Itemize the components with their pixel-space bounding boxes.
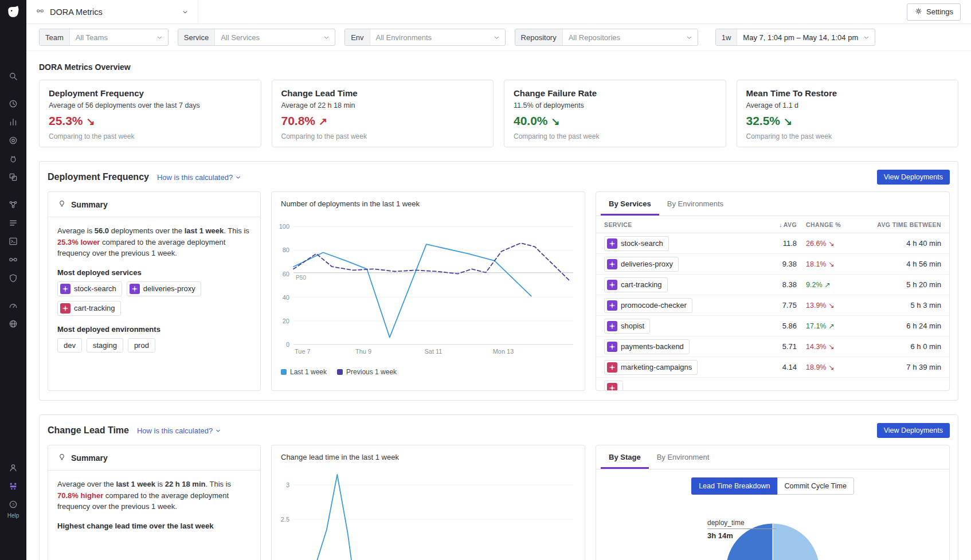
metric-card-footnote: Comparing to the past week xyxy=(281,132,484,140)
trend-arrow-icon: ↘ xyxy=(86,116,95,127)
change-lead-time-section: Change Lead Time How is this calculated?… xyxy=(39,414,958,560)
settings-button[interactable]: Settings xyxy=(907,3,961,21)
sidebar-item-help[interactable]: ? Help xyxy=(7,499,19,519)
table-row-partial xyxy=(596,378,949,391)
service-pill[interactable]: marketing-campaigns xyxy=(604,360,698,375)
svg-text:Thu 9: Thu 9 xyxy=(355,348,371,355)
tab-by-environments[interactable]: By Environments xyxy=(659,192,731,216)
chevron-down-icon xyxy=(493,29,505,45)
sidebar-item-monitors[interactable] xyxy=(0,297,26,315)
cell-avg-time: 7 h 39 min xyxy=(856,363,941,371)
metric-card-title: Mean Time To Restore xyxy=(746,88,949,98)
col-change[interactable]: CHANGE % xyxy=(797,221,856,228)
cell-avg-time: 6 h 0 min xyxy=(856,342,941,351)
env-pill[interactable]: staging xyxy=(87,338,123,353)
sidebar-item-integrations[interactable] xyxy=(0,251,26,269)
sidebar-item-logs[interactable] xyxy=(0,214,26,233)
tab-by-services[interactable]: By Services xyxy=(601,192,659,216)
filter-value: All Teams xyxy=(70,29,156,45)
legend-item[interactable]: Previous 1 week xyxy=(337,368,397,376)
metric-card-subtitle: Average of 22 h 18 min xyxy=(281,101,484,109)
sidebar-item-service-map[interactable] xyxy=(0,196,26,214)
table-row[interactable]: stock-search11.826.6% ↘4 h 40 min xyxy=(596,233,949,254)
how-calculated-label: How is this calculated? xyxy=(157,173,233,182)
service-pill[interactable]: promocode-checker xyxy=(604,298,692,313)
tab-by-environment[interactable]: By Environment xyxy=(649,445,718,469)
toggle-lead-time-breakdown[interactable]: Lead Time Breakdown xyxy=(691,477,777,495)
sidebar-item-history[interactable] xyxy=(0,95,26,113)
service-pill-label: stock-search xyxy=(621,239,663,248)
most-deployed-services-label: Most deployed services xyxy=(57,268,251,277)
table-row[interactable]: deliveries-proxy9.3818.1% ↘4 h 56 min xyxy=(596,254,949,275)
col-avg-time-between[interactable]: AVG TIME BETWEEN xyxy=(856,221,941,228)
sidebar-item-synthetics[interactable] xyxy=(0,315,26,334)
filter-env-select[interactable]: EnvAll Environments xyxy=(344,29,505,46)
trend-arrow-icon: ↘ xyxy=(784,116,792,127)
service-pill[interactable]: cart-tracking xyxy=(57,301,121,316)
metric-card-footnote: Comparing to the past week xyxy=(746,132,949,140)
service-pill[interactable]: shopist xyxy=(604,319,650,334)
view-deployments-button[interactable]: View Deployments xyxy=(877,170,950,185)
table-row[interactable]: cart-tracking8.389.2% ↗5 h 20 min xyxy=(596,275,949,295)
env-pill[interactable]: prod xyxy=(128,338,155,353)
service-icon xyxy=(607,259,617,269)
deployment-frequency-section: Deployment Frequency How is this calcula… xyxy=(39,161,958,401)
filter-value: All Repositories xyxy=(563,29,686,45)
service-pill[interactable]: deliveries-proxy xyxy=(604,257,679,272)
service-pill-label: promocode-checker xyxy=(621,301,687,310)
summary-panel: Summary Average over the last 1 week is … xyxy=(48,445,261,560)
view-deployments-button[interactable]: View Deployments xyxy=(877,423,950,438)
service-pill-label: payments-backend xyxy=(621,342,684,351)
sidebar-item-ci-pipelines[interactable] xyxy=(0,233,26,251)
sidebar-item-dashboards[interactable] xyxy=(0,132,26,150)
sidebar-item-metrics[interactable] xyxy=(0,113,26,132)
section-grid: Summary Average over the last 1 week is … xyxy=(48,445,950,560)
datadog-logo[interactable] xyxy=(0,0,26,24)
tab-by-stage[interactable]: By Stage xyxy=(601,445,649,469)
table-row[interactable]: promocode-checker7.7513.9% ↘5 h 3 min xyxy=(596,295,949,316)
svg-text:2.5: 2.5 xyxy=(281,516,289,523)
table-row[interactable]: payments-backend5.7114.3% ↘6 h 0 min xyxy=(596,336,949,357)
svg-text:100: 100 xyxy=(279,223,289,230)
summary-panel-body: Average is 56.0 deployments over the las… xyxy=(48,217,260,361)
most-deployed-services: stock-searchdeliveries-proxycart-trackin… xyxy=(57,281,251,316)
col-service[interactable]: SERVICE xyxy=(604,221,760,228)
table-row[interactable]: shopist5.8617.1% ↗6 h 24 min xyxy=(596,316,949,336)
sidebar-item-bits-ai[interactable] xyxy=(0,477,26,496)
table-row[interactable]: marketing-campaigns4.1418.9% ↘7 h 39 min xyxy=(596,357,949,378)
sidebar-item-containers[interactable] xyxy=(0,169,26,187)
legend-item[interactable]: Last 1 week xyxy=(281,368,327,376)
cell-change: 18.1% ↘ xyxy=(797,260,856,268)
how-calculated-link[interactable]: How is this calculated? xyxy=(137,426,221,435)
deployments-chart-panel: Number of deployments in the last 1 week… xyxy=(271,191,585,391)
env-pill[interactable]: dev xyxy=(57,338,82,353)
sidebar-item-admin[interactable] xyxy=(0,459,26,477)
service-pill[interactable]: deliveries-proxy xyxy=(127,281,201,296)
filter-repository-select[interactable]: RepositoryAll Repositories xyxy=(515,29,698,46)
metric-card-title: Deployment Frequency xyxy=(49,88,252,98)
service-pill[interactable]: stock-search xyxy=(604,236,669,251)
col-avg[interactable]: ↓AVG xyxy=(760,221,797,228)
service-pill[interactable]: payments-backend xyxy=(604,339,690,354)
service-pill-label: deliveries-proxy xyxy=(621,260,673,268)
time-range-picker[interactable]: 1w May 7, 1:04 pm – May 14, 1:04 pm xyxy=(715,29,876,46)
admin-icon xyxy=(8,463,18,475)
service-pill[interactable]: stock-search xyxy=(57,281,122,296)
datadog-dog-icon xyxy=(5,4,21,20)
monitors-icon xyxy=(8,300,18,312)
overview-heading: DORA Metrics Overview xyxy=(39,62,958,72)
cell-avg: 8.38 xyxy=(760,280,797,289)
service-pill[interactable]: cart-tracking xyxy=(604,277,668,292)
dashboard-title-dropdown[interactable]: DORA Metrics xyxy=(26,0,198,24)
how-calculated-link[interactable]: How is this calculated? xyxy=(157,173,241,182)
service-pill xyxy=(604,381,623,391)
summary-segment: . This is xyxy=(224,226,249,235)
filter-team-select[interactable]: TeamAll Teams xyxy=(39,29,169,46)
filter-service-select[interactable]: ServiceAll Services xyxy=(178,29,335,46)
history-icon xyxy=(8,99,18,111)
sidebar-item-infrastructure[interactable] xyxy=(0,150,26,169)
sidebar-item-security[interactable] xyxy=(0,269,26,288)
toggle-commit-cycle-time[interactable]: Commit Cycle Time xyxy=(777,477,854,495)
sidebar-item-search[interactable] xyxy=(0,68,26,86)
summary-segment: 56.0 xyxy=(95,226,109,235)
